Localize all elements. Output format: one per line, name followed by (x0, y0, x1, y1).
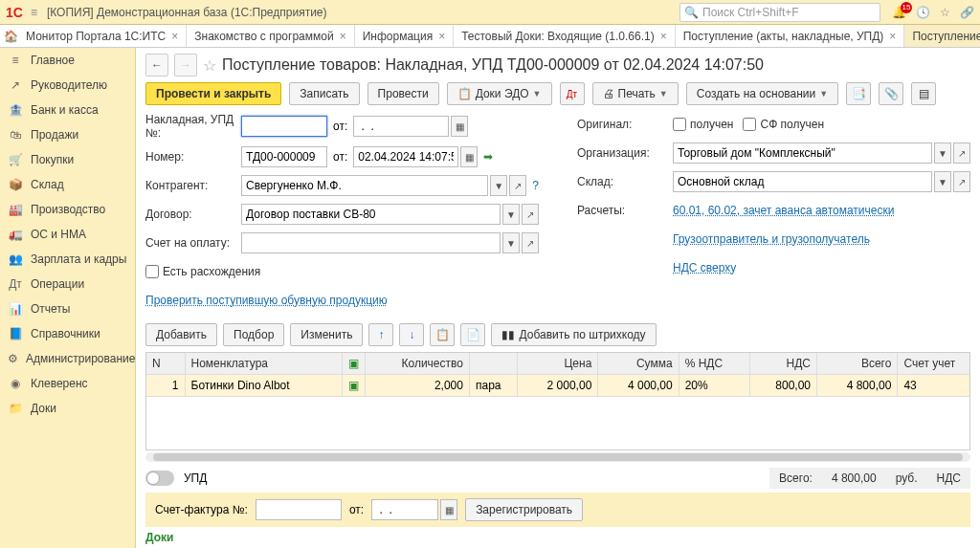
favorite-icon[interactable]: ☆ (940, 6, 950, 19)
contract-input[interactable] (241, 204, 501, 225)
col-price[interactable]: Цена (517, 353, 597, 375)
menu-icon[interactable]: ≡ (31, 6, 37, 19)
dropdown-icon[interactable]: ▼ (502, 204, 520, 225)
close-icon[interactable]: × (889, 30, 896, 43)
date-input[interactable] (353, 146, 458, 167)
dropdown-icon[interactable]: ▼ (502, 232, 520, 253)
back-button[interactable]: ← (145, 54, 168, 77)
close-icon[interactable]: × (660, 30, 667, 43)
history-icon[interactable]: 🕓 (916, 6, 930, 19)
table-row[interactable]: 1 Ботинки Dino Albot ▣ 2,000 пара 2 000,… (146, 375, 970, 397)
col-sum[interactable]: Сумма (598, 353, 679, 375)
sidebar-item-warehouse[interactable]: 📦Склад (0, 172, 135, 197)
tab-0[interactable]: Монитор Портала 1С:ИТС× (18, 25, 187, 47)
open-icon[interactable]: ↗ (953, 142, 970, 164)
tab-1[interactable]: Знакомство с программой× (187, 25, 354, 47)
attach-button[interactable]: 📎 (879, 82, 903, 105)
close-icon[interactable]: × (340, 30, 346, 43)
open-icon[interactable]: ↗ (522, 204, 539, 225)
report-button[interactable]: ▤ (911, 82, 936, 105)
sidebar-item-admin[interactable]: ⚙Администрирование (0, 346, 135, 371)
discrepancy-checkbox[interactable]: Есть расхождения (145, 265, 260, 278)
select-button[interactable]: Подбор (223, 323, 284, 346)
notifications-icon[interactable]: 🔔15 (892, 6, 906, 19)
open-icon[interactable]: ↗ (953, 171, 970, 192)
edit-button[interactable]: Изменить (290, 323, 363, 346)
nakl-number-input[interactable] (241, 116, 327, 137)
home-tab-icon[interactable]: 🏠 (4, 25, 18, 47)
add-row-button[interactable]: Добавить (145, 323, 217, 346)
col-qty[interactable]: Количество (365, 353, 469, 375)
sidebar-item-reports[interactable]: 📊Отчеты (0, 296, 135, 321)
tab-3[interactable]: Тестовый Доки: Входящие (1.0.66.1)× (454, 25, 676, 47)
col-vat-rate[interactable]: % НДС (679, 353, 749, 375)
sf-date-input[interactable] (371, 499, 438, 520)
items-table[interactable]: N Номенклатура ▣ Количество Цена Сумма %… (145, 352, 970, 450)
sidebar-item-operations[interactable]: ДтОперации (0, 272, 135, 296)
sidebar-item-purchases[interactable]: 🛒Покупки (0, 147, 135, 172)
sf-received-checkbox[interactable]: СФ получен (743, 118, 824, 131)
print-button[interactable]: 🖨Печать▼ (592, 82, 679, 105)
calc-link[interactable]: 60.01, 60.02, зачет аванса автоматически (673, 204, 894, 217)
copy-button[interactable]: 📋 (430, 323, 455, 346)
post-and-close-button[interactable]: Провести и закрыть (145, 82, 281, 105)
help-icon[interactable]: ? (532, 179, 539, 192)
org-input[interactable] (673, 142, 932, 164)
upd-toggle[interactable] (145, 471, 174, 486)
close-icon[interactable]: × (171, 30, 178, 43)
sf-number-input[interactable] (256, 499, 342, 520)
write-button[interactable]: Записать (289, 82, 359, 105)
structure-button[interactable]: 📑 (846, 82, 871, 105)
create-based-button[interactable]: Создать на основании▼ (686, 82, 838, 105)
sidebar-item-doki[interactable]: 📁Доки (0, 396, 135, 421)
number-input[interactable] (241, 146, 327, 167)
post-button[interactable]: Провести (368, 82, 439, 105)
sidebar-item-sales[interactable]: 🛍Продажи (0, 122, 135, 147)
sidebar-item-cleverence[interactable]: ◉Клеверенс (0, 371, 135, 396)
warehouse-input[interactable] (673, 171, 932, 192)
dropdown-icon[interactable]: ▼ (490, 175, 507, 196)
star-icon[interactable]: ☆ (203, 56, 216, 75)
tab-2[interactable]: Информация× (355, 25, 455, 47)
col-vat[interactable]: НДС (749, 353, 816, 375)
sidebar-item-bank[interactable]: 🏦Банк и касса (0, 98, 135, 122)
edo-button[interactable]: 📋Доки ЭДО▼ (447, 82, 552, 105)
contractor-input[interactable] (241, 175, 488, 196)
vat-link[interactable]: НДС сверху (673, 261, 736, 274)
paste-button[interactable]: 📄 (460, 323, 485, 346)
sidebar-item-manager[interactable]: ↗Руководителю (0, 73, 135, 98)
check-shoes-link[interactable]: Проверить поступившую обувную продукцию (145, 294, 388, 307)
dtkt-button[interactable]: Дт (560, 82, 585, 105)
global-search[interactable]: 🔍 Поиск Ctrl+Shift+F (679, 3, 880, 22)
col-mark[interactable]: ▣ (342, 353, 365, 375)
col-account[interactable]: Счет учет (898, 353, 970, 375)
col-unit[interactable] (469, 353, 517, 375)
calendar-icon[interactable]: ▦ (440, 499, 457, 520)
forward-button[interactable]: → (174, 54, 197, 77)
calendar-icon[interactable]: ▦ (451, 116, 468, 137)
sidebar-item-hr[interactable]: 👥Зарплата и кадры (0, 247, 135, 272)
dropdown-icon[interactable]: ▼ (934, 171, 951, 192)
open-icon[interactable]: ↗ (509, 175, 526, 196)
move-down-button[interactable]: ↓ (399, 323, 424, 346)
dropdown-icon[interactable]: ▼ (934, 142, 951, 164)
open-icon[interactable]: ↗ (522, 232, 539, 253)
pay-account-input[interactable] (241, 232, 501, 253)
received-checkbox[interactable]: получен (673, 118, 733, 131)
sidebar-item-assets[interactable]: 🚛ОС и НМА (0, 222, 135, 247)
horizontal-scrollbar[interactable] (145, 452, 970, 462)
move-up-button[interactable]: ↑ (368, 323, 393, 346)
add-barcode-button[interactable]: ▮▮Добавить по штрихкоду (491, 323, 656, 346)
col-n[interactable]: N (146, 353, 185, 375)
col-total[interactable]: Всего (817, 353, 898, 375)
close-icon[interactable]: × (438, 30, 445, 43)
sidebar-item-catalogs[interactable]: 📘Справочники (0, 321, 135, 346)
tab-5[interactable]: Поступление товаров: Накладная, УПД ТД00 (904, 25, 980, 47)
nakl-date-input[interactable] (353, 116, 449, 137)
sidebar-item-production[interactable]: 🏭Производство (0, 197, 135, 222)
shipper-link[interactable]: Грузоотправитель и грузополучатель (673, 232, 870, 246)
link-icon[interactable]: 🔗 (960, 6, 974, 19)
calendar-icon[interactable]: ▦ (460, 146, 478, 167)
tab-4[interactable]: Поступление (акты, накладные, УПД)× (676, 25, 905, 47)
register-button[interactable]: Зарегистрировать (465, 498, 583, 521)
